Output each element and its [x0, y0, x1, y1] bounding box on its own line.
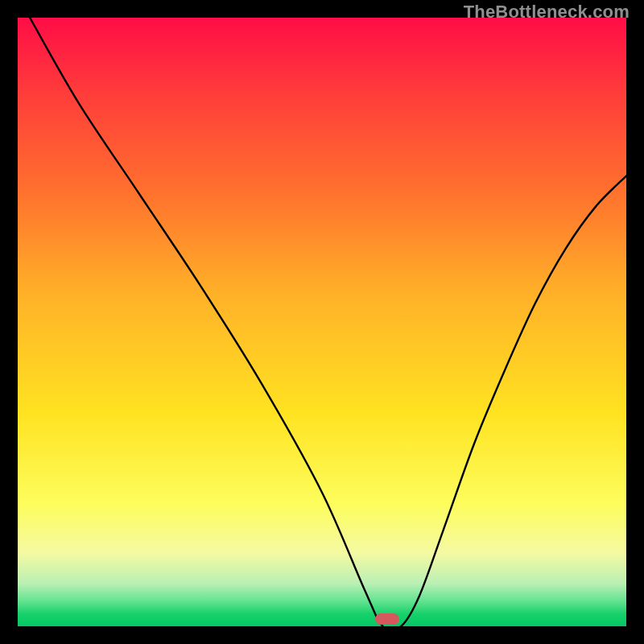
optimum-marker: [375, 613, 399, 625]
plot-area: [18, 18, 626, 626]
chart-root: TheBottleneck.com: [0, 0, 644, 644]
bottleneck-curve: [18, 18, 626, 626]
curve-path: [30, 18, 626, 626]
